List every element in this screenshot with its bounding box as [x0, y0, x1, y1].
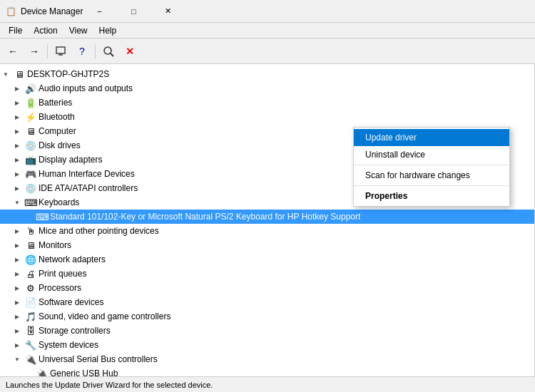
tree-toggle-print[interactable]: ▶	[11, 268, 23, 279]
status-text: Launches the Update Driver Wizard for th…	[6, 381, 213, 389]
title-bar-text: Device Manager	[21, 6, 83, 16]
tree-item-monitors[interactable]: ▶🖥Monitors	[0, 238, 534, 252]
tree-item-root[interactable]: ▼🖥DESKTOP-GHJTP2S	[0, 67, 534, 81]
tree-label-processors: Processors	[39, 283, 81, 293]
tree-icon-root: 🖥	[14, 68, 25, 80]
tree-label-audio: Audio inputs and outputs	[39, 83, 133, 93]
tree-icon-diskdrives: 💿	[25, 140, 36, 151]
toolbar-forward[interactable]: →	[24, 41, 44, 61]
device-tree[interactable]: ▼🖥DESKTOP-GHJTP2S▶🔊Audio inputs and outp…	[0, 64, 535, 376]
tree-item-bluetooth[interactable]: ▶⚡Bluetooth	[0, 110, 534, 124]
tree-toggle-display[interactable]: ▶	[11, 154, 23, 165]
tree-item-network[interactable]: ▶🌐Network adapters	[0, 252, 534, 267]
ctx-properties[interactable]: Properties	[354, 187, 509, 205]
tree-toggle-keyboard_item	[23, 211, 34, 222]
ctx-sep1	[354, 165, 509, 165]
tree-item-usb1[interactable]: 🔌Generic USB Hub	[0, 366, 534, 376]
toolbar-uninstall[interactable]: ✕	[120, 41, 140, 61]
tree-item-audio[interactable]: ▶🔊Audio inputs and outputs	[0, 81, 534, 96]
menu-view[interactable]: View	[63, 24, 93, 37]
tree-toggle-hid[interactable]: ▶	[11, 168, 23, 180]
ctx-uninstall-device[interactable]: Uninstall device	[354, 146, 509, 163]
tree-toggle-batteries[interactable]: ▶	[11, 97, 23, 108]
tree-icon-hid: 🎮	[25, 168, 36, 180]
ctx-sep2	[354, 185, 509, 186]
main-content: ▼🖥DESKTOP-GHJTP2S▶🔊Audio inputs and outp…	[0, 64, 535, 376]
tree-label-hid: Human Interface Devices	[39, 169, 135, 179]
tree-item-system[interactable]: ▶🔧System devices	[0, 338, 534, 352]
toolbar-sep1	[47, 44, 48, 58]
minimize-button[interactable]: −	[83, 0, 116, 23]
tree-icon-usb: 🔌	[25, 354, 36, 365]
tree-label-computer: Computer	[39, 126, 76, 136]
tree-label-keyboard_item: Standard 101/102-Key or Microsoft Natura…	[50, 212, 360, 222]
tree-icon-storage: 🗄	[25, 325, 36, 336]
window-controls: − □ ✕	[83, 0, 184, 23]
toolbar-back[interactable]: ←	[3, 41, 23, 61]
tree-toggle-computer[interactable]: ▶	[11, 125, 23, 137]
tree-label-software: Software devices	[39, 297, 103, 307]
tree-icon-sound: 🎵	[25, 311, 36, 322]
tree-toggle-ide[interactable]: ▶	[11, 182, 23, 194]
tree-toggle-monitors[interactable]: ▶	[11, 239, 23, 251]
tree-toggle-network[interactable]: ▶	[11, 254, 23, 265]
context-menu: Update driver Uninstall device Scan for …	[353, 127, 510, 207]
tree-toggle-storage[interactable]: ▶	[11, 325, 23, 336]
title-bar-icon: 📋	[6, 6, 16, 16]
tree-icon-keyboards: ⌨	[25, 197, 36, 208]
menu-help[interactable]: Help	[93, 24, 123, 37]
toolbar-sep2	[95, 44, 96, 58]
title-bar: 📋 Device Manager − □ ✕	[0, 0, 535, 23]
tree-label-display: Display adapters	[39, 155, 102, 165]
ctx-update-driver[interactable]: Update driver	[354, 129, 509, 146]
tree-item-storage[interactable]: ▶🗄Storage controllers	[0, 324, 534, 338]
tree-toggle-diskdrives[interactable]: ▶	[11, 140, 23, 151]
tree-item-sound[interactable]: ▶🎵Sound, video and game controllers	[0, 309, 534, 324]
tree-toggle-system[interactable]: ▶	[11, 339, 23, 351]
tree-icon-software: 📄	[25, 296, 36, 308]
tree-toggle-bluetooth[interactable]: ▶	[11, 111, 23, 123]
menu-bar: File Action View Help	[0, 23, 535, 38]
tree-toggle-sound[interactable]: ▶	[11, 311, 23, 322]
close-button[interactable]: ✕	[151, 0, 184, 23]
tree-toggle-software[interactable]: ▶	[11, 296, 23, 308]
tree-icon-ide: 💿	[25, 182, 36, 194]
svg-point-3	[104, 47, 111, 54]
toolbar-scan[interactable]	[98, 41, 118, 61]
tree-icon-display: 📺	[25, 154, 36, 165]
tree-item-mice[interactable]: ▶🖱Mice and other pointing devices	[0, 224, 534, 238]
maximize-button[interactable]: □	[117, 0, 150, 23]
menu-action[interactable]: Action	[28, 24, 63, 37]
tree-label-diskdrives: Disk drives	[39, 140, 81, 150]
svg-line-4	[111, 53, 113, 56]
tree-icon-batteries: 🔋	[25, 97, 36, 108]
tree-icon-monitors: 🖥	[25, 239, 36, 251]
tree-icon-audio: 🔊	[25, 83, 36, 94]
tree-toggle-mice[interactable]: ▶	[11, 225, 23, 237]
tree-icon-print: 🖨	[25, 268, 36, 279]
tree-toggle-processors[interactable]: ▶	[11, 282, 23, 294]
menu-file[interactable]: File	[3, 24, 28, 37]
tree-label-usb: Universal Serial Bus controllers	[39, 354, 158, 364]
tree-label-network: Network adapters	[39, 254, 106, 264]
tree-item-processors[interactable]: ▶⚙Processors	[0, 281, 534, 295]
tree-item-usb[interactable]: ▼🔌Universal Serial Bus controllers	[0, 352, 534, 366]
tree-icon-network: 🌐	[25, 254, 36, 265]
toolbar-properties1[interactable]	[51, 41, 71, 61]
tree-item-batteries[interactable]: ▶🔋Batteries	[0, 96, 534, 110]
tree-item-print[interactable]: ▶🖨Print queues	[0, 267, 534, 281]
tree-icon-system: 🔧	[25, 339, 36, 351]
ctx-scan-hardware[interactable]: Scan for hardware changes	[354, 167, 509, 184]
toolbar-help[interactable]: ?	[72, 41, 92, 61]
tree-label-batteries: Batteries	[39, 98, 72, 108]
tree-label-ide: IDE ATA/ATAPI controllers	[39, 183, 138, 193]
tree-item-keyboard_item[interactable]: ⌨Standard 101/102-Key or Microsoft Natur…	[0, 210, 534, 224]
tree-toggle-root[interactable]: ▼	[0, 68, 11, 80]
toolbar: ← → ? ✕	[0, 38, 535, 64]
tree-item-software[interactable]: ▶📄Software devices	[0, 295, 534, 309]
tree-toggle-usb1	[23, 368, 34, 376]
tree-toggle-keyboards[interactable]: ▼	[11, 197, 23, 208]
tree-icon-mice: 🖱	[25, 225, 36, 237]
tree-toggle-audio[interactable]: ▶	[11, 83, 23, 94]
tree-toggle-usb[interactable]: ▼	[11, 354, 23, 365]
